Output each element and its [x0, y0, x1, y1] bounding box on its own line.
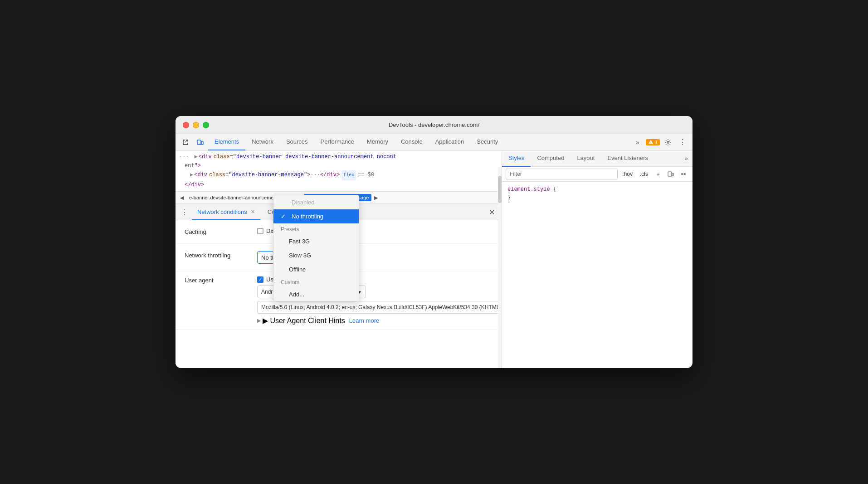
- more-tabs-icon[interactable]: »: [631, 136, 644, 149]
- svg-point-2: [199, 143, 200, 144]
- settings-icon[interactable]: [662, 136, 674, 149]
- left-panel: ··· ▶ < div class="devsite-banner devsit…: [176, 150, 502, 368]
- network-conditions-close[interactable]: ✕: [251, 209, 255, 215]
- styles-filter-bar: :hov .cls +: [502, 167, 692, 182]
- tab-sources[interactable]: Sources: [280, 134, 314, 150]
- elements-code: ··· ▶ < div class="devsite-banner devsit…: [176, 150, 502, 191]
- collapse-dots[interactable]: ···: [179, 152, 189, 161]
- tab-layout[interactable]: Layout: [571, 150, 601, 167]
- menu-item-fast3g[interactable]: Fast 3G: [273, 234, 359, 248]
- menu-item-offline[interactable]: Offline: [273, 262, 359, 276]
- learn-more-link[interactable]: Learn more: [349, 317, 379, 324]
- custom-ua-checkbox[interactable]: ✓: [257, 276, 263, 283]
- disable-cache-checkbox[interactable]: [257, 228, 263, 234]
- code-line-3: </div>: [176, 180, 502, 189]
- scrollbar-thumb[interactable]: [498, 176, 502, 203]
- tab-styles[interactable]: Styles: [502, 150, 531, 167]
- add-style-icon[interactable]: +: [653, 169, 663, 179]
- throttle-dropdown-menu: Disabled ✓ No throttling Presets Fast 3G…: [273, 195, 359, 302]
- svg-point-9: [684, 173, 686, 175]
- ua-hints-row: ▶ ▶ User Agent Client Hints Learn more: [257, 316, 502, 325]
- cls-button[interactable]: .cls: [637, 170, 651, 178]
- tab-memory[interactable]: Memory: [361, 134, 395, 150]
- inspector-icon[interactable]: [179, 136, 192, 149]
- scrollbar-track: [498, 167, 502, 368]
- minimize-button[interactable]: [193, 122, 199, 128]
- device-toolbar-icon[interactable]: [194, 136, 206, 149]
- tab-network[interactable]: Network: [245, 134, 280, 150]
- code-line-content: ent">: [176, 161, 502, 170]
- styles-content: element.style { }: [502, 182, 692, 205]
- code-arrow-1[interactable]: ▶: [195, 152, 198, 161]
- toggle-device-icon[interactable]: [665, 169, 676, 179]
- svg-point-5: [667, 141, 669, 143]
- user-agent-label: User agent: [185, 276, 257, 284]
- maximize-button[interactable]: [203, 122, 209, 128]
- tab-performance[interactable]: Performance: [314, 134, 361, 150]
- tab-console[interactable]: Console: [395, 134, 429, 150]
- styles-filter-input[interactable]: [506, 169, 618, 179]
- bottom-menu-icon[interactable]: ⋮: [179, 208, 190, 217]
- ua-string-input[interactable]: Mozilla/5.0 (Linux; Android 4.0.2; en-us…: [257, 301, 502, 314]
- svg-rect-3: [650, 142, 651, 143]
- breadcrumb-back[interactable]: ◀: [177, 193, 186, 202]
- tab-application[interactable]: Application: [429, 134, 471, 150]
- close-button[interactable]: [183, 122, 189, 128]
- title-bar: DevTools - developer.chrome.com/: [176, 116, 692, 134]
- menu-item-no-throttling[interactable]: ✓ No throttling: [273, 209, 359, 223]
- menu-item-add[interactable]: Add...: [273, 287, 359, 301]
- tab-elements[interactable]: Elements: [208, 134, 245, 150]
- traffic-lights: [183, 122, 209, 128]
- tab-computed[interactable]: Computed: [531, 150, 571, 167]
- network-throttling-label: Network throttling: [185, 251, 257, 259]
- element-style-body: }: [507, 194, 687, 202]
- devtools-toolbar: Elements Network Sources Performance Mem…: [176, 134, 692, 150]
- custom-header: Custom: [273, 276, 359, 287]
- menu-item-slow3g[interactable]: Slow 3G: [273, 248, 359, 262]
- code-line-1: ··· ▶ < div class="devsite-banner devsit…: [176, 152, 502, 161]
- devtools-window: DevTools - developer.chrome.com/ Element…: [176, 116, 692, 368]
- window-title: DevTools - developer.chrome.com/: [389, 121, 479, 128]
- tab-event-listeners[interactable]: Event Listeners: [601, 150, 654, 167]
- dollar-ref: == $0: [358, 170, 374, 179]
- hints-arrow[interactable]: ▶: [257, 318, 261, 324]
- code-line-2: ▶ < div class="devsite-banner-message" >…: [176, 170, 502, 180]
- toolbar-right: » 1 ⋮: [631, 136, 689, 149]
- svg-rect-6: [668, 172, 672, 176]
- svg-point-4: [650, 143, 651, 143]
- hov-button[interactable]: :hov: [619, 170, 635, 178]
- notification-badge: 1: [646, 139, 660, 145]
- menu-item-disabled: Disabled: [273, 195, 359, 209]
- presets-header: Presets: [273, 223, 359, 234]
- flex-badge: flex: [341, 170, 356, 180]
- devtools-body: ··· ▶ < div class="devsite-banner devsit…: [176, 150, 692, 368]
- svg-rect-1: [201, 141, 203, 145]
- svg-rect-7: [672, 173, 673, 176]
- main-tabs: Elements Network Sources Performance Mem…: [208, 134, 629, 150]
- color-format-icon[interactable]: [678, 169, 689, 179]
- svg-point-8: [681, 173, 683, 175]
- right-panel: Styles Computed Layout Event Listeners »…: [502, 150, 692, 368]
- breadcrumb-forward[interactable]: ▶: [371, 193, 380, 202]
- styles-tabs: Styles Computed Layout Event Listeners »: [502, 150, 692, 167]
- styles-more-tabs[interactable]: »: [680, 150, 692, 167]
- code-arrow-2[interactable]: ▶: [190, 170, 193, 179]
- element-style-rule: element.style {: [507, 185, 687, 194]
- panel-close-button[interactable]: ✕: [485, 206, 498, 218]
- caching-label: Caching: [185, 227, 257, 235]
- more-options-icon[interactable]: ⋮: [676, 136, 689, 149]
- tab-network-conditions[interactable]: Network conditions ✕: [192, 204, 260, 220]
- tab-security[interactable]: Security: [470, 134, 504, 150]
